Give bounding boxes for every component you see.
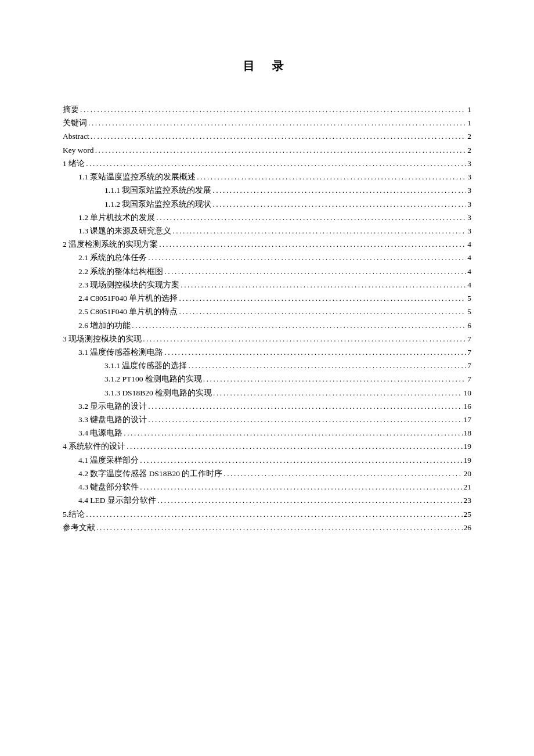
toc-entry-label: 1.3 课题的来源及研究意义 [78,224,171,237]
toc-entry-page: 19 [464,440,472,453]
toc-entry[interactable]: 2.5 C8051F040 单片机的特点5 [63,305,471,318]
toc-entry[interactable]: 3.1.2 PT100 检测电路的实现7 [63,372,471,386]
toc-entry-label: 2.6 增加的功能 [78,319,131,332]
toc-entry[interactable]: 2.2 系统的整体结构框图 4 [63,265,471,278]
toc-entry-label: 3.2 显示电路的设计 [78,399,147,413]
toc-entry[interactable]: 4.1 温度采样部分 19 [63,453,471,467]
toc-entry-page: 26 [464,521,472,534]
toc-entry-page: 3 [467,157,471,170]
toc-leader-dots [132,319,466,332]
toc-entry-page: 25 [464,507,472,521]
toc-entry-label: 参考文献 [63,521,95,534]
toc-entry[interactable]: 5.结论 25 [63,507,471,521]
toc-entry[interactable]: 关键词 1 [63,116,471,129]
toc-entry[interactable]: Abstract2 [63,129,471,143]
toc-entry-page: 18 [464,426,472,440]
toc-entry-label: 4.4 LED 显示部分软件 [78,494,156,507]
toc-entry-page: 4 [467,251,471,264]
page-title: 目 录 [63,58,471,74]
toc-entry-label: 1.1 泵站温度监控系统的发展概述 [78,170,196,183]
toc-leader-dots [80,103,466,116]
toc-entry-label: 4 系统软件的设计 [63,440,125,453]
toc-entry-label: 3.3 键盘电路的设计 [78,413,147,426]
toc-entry[interactable]: 4.2 数字温度传感器 DS18B20 的工作时序 20 [63,467,471,480]
toc-entry[interactable]: 2 温度检测系统的实现方案 4 [63,237,471,251]
toc-entry-page: 3 [467,224,471,237]
toc-leader-dots [91,129,467,143]
toc-entry[interactable]: 参考文献 26 [63,521,471,534]
toc-entry-label: 3.1.1 温度传感器的选择 [104,359,187,372]
toc-leader-dots [164,265,466,278]
toc-entry-page: 5 [467,291,471,305]
toc-entry[interactable]: 2.4 C8051F040 单片机的选择 5 [63,291,471,305]
toc-entry-page: 1 [467,103,471,116]
toc-entry-page: 7 [467,332,471,345]
toc-entry-label: 摘要 [63,103,79,116]
toc-entry-label: 4.3 键盘部分软件 [78,480,139,494]
toc-entry-page: 1 [467,116,471,129]
toc-entry-page: 7 [467,345,471,359]
toc-entry[interactable]: 3 现场测控模块的实现 7 [63,332,471,345]
toc-leader-dots [181,278,466,291]
toc-entry-page: 21 [464,480,472,494]
toc-leader-dots [148,399,462,413]
toc-leader-dots [96,521,463,534]
toc-entry-label: 3.1 温度传感器检测电路 [78,345,163,359]
toc-entry-label: 2.1 系统的总体任务 [78,251,147,264]
toc-entry[interactable]: 4.4 LED 显示部分软件 23 [63,494,471,507]
toc-entry-page: 6 [467,319,471,332]
toc-entry[interactable]: 4.3 键盘部分软件 21 [63,480,471,494]
toc-entry-label: 3.1.2 PT100 检测电路的实现 [104,372,202,386]
toc-leader-dots [197,170,466,183]
toc-entry[interactable]: 1.2 单片机技术的发展3 [63,211,471,224]
toc-leader-dots [124,426,462,440]
toc-entry[interactable]: 3.3 键盘电路的设计 17 [63,413,471,426]
toc-leader-dots [212,197,466,211]
toc-leader-dots [188,359,466,372]
toc-entry[interactable]: 3.1 温度传感器检测电路 7 [63,345,471,359]
toc-entry-label: 1 绪论 [63,157,85,170]
toc-entry-page: 4 [467,237,471,251]
toc-entry[interactable]: 1 绪论 3 [63,157,471,170]
toc-leader-dots [148,413,462,426]
toc-entry[interactable]: 3.2 显示电路的设计 16 [63,399,471,413]
toc-entry[interactable]: 1.3 课题的来源及研究意义 3 [63,224,471,237]
toc-leader-dots [156,211,466,224]
toc-entry[interactable]: 2.6 增加的功能 6 [63,319,471,332]
toc-entry[interactable]: 4 系统软件的设计 19 [63,440,471,453]
toc-entry-page: 7 [467,372,471,386]
toc-entry[interactable]: 3.1.1 温度传感器的选择 7 [63,359,471,372]
toc-entry-page: 2 [467,129,471,143]
toc-entry-label: Key word [63,143,94,157]
toc-entry[interactable]: 1.1 泵站温度监控系统的发展概述 3 [63,170,471,183]
toc-entry-label: 2.5 C8051F040 单片机的特点 [78,305,178,318]
toc-entry-page: 23 [464,494,472,507]
toc-entry[interactable]: Key word 2 [63,143,471,157]
toc-leader-dots [213,386,462,399]
toc-entry-label: 2.3 现场测控模块的实现方案 [78,278,179,291]
toc-entry[interactable]: 3.4 电源电路 18 [63,426,471,440]
toc-entry-page: 4 [467,265,471,278]
toc-entry[interactable]: 2.1 系统的总体任务4 [63,251,471,264]
toc-entry-page: 17 [464,413,472,426]
toc-leader-dots [95,143,467,157]
toc-entry-page: 10 [464,386,472,399]
toc-entry[interactable]: 3.1.3 DS18B20 检测电路的实现 10 [63,386,471,399]
toc-entry-label: Abstract [63,129,89,143]
toc-entry[interactable]: 2.3 现场测控模块的实现方案4 [63,278,471,291]
toc-entry-label: 关键词 [63,116,87,129]
toc-leader-dots [159,237,466,251]
toc-entry[interactable]: 摘要 1 [63,103,471,116]
toc-leader-dots [88,116,466,129]
toc-entry[interactable]: 1.1.2 我国泵站监控系统的现状 3 [63,197,471,211]
toc-leader-dots [127,440,462,453]
table-of-contents: 摘要 1关键词 1Abstract2Key word 21 绪论 31.1 泵站… [63,103,471,534]
toc-leader-dots [172,224,466,237]
toc-leader-dots [203,372,466,386]
toc-entry[interactable]: 1.1.1 我国泵站监控系统的发展 3 [63,183,471,197]
toc-entry-page: 19 [464,453,472,467]
toc-entry-page: 7 [467,359,471,372]
toc-leader-dots [179,291,466,305]
toc-entry-page: 5 [467,305,471,318]
toc-leader-dots [148,251,466,264]
